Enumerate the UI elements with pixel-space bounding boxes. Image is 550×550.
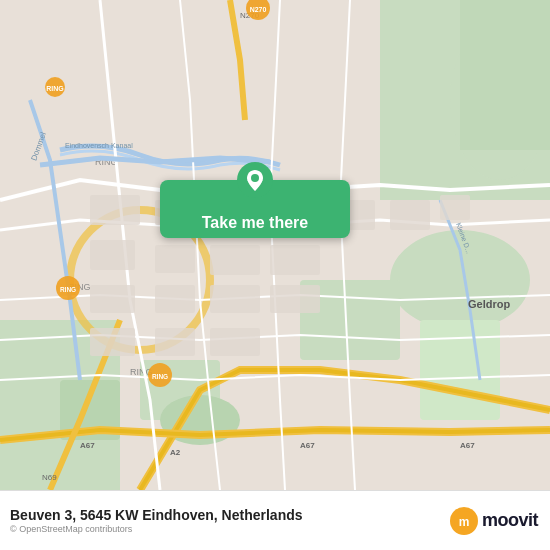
- svg-rect-45: [270, 285, 320, 313]
- svg-text:RING: RING: [46, 85, 64, 92]
- svg-rect-47: [155, 328, 195, 356]
- svg-text:RING: RING: [60, 286, 76, 293]
- svg-text:RING: RING: [152, 373, 168, 380]
- map-container: RING RING RING A2 A67 A67 A67 N270 N69 D…: [0, 0, 550, 490]
- svg-rect-50: [440, 195, 470, 220]
- moovit-text: moovit: [482, 510, 538, 531]
- bottom-bar: Beuven 3, 5645 KW Eindhoven, Netherlands…: [0, 490, 550, 550]
- svg-text:A67: A67: [460, 441, 475, 450]
- address-section: Beuven 3, 5645 KW Eindhoven, Netherlands…: [10, 507, 303, 534]
- svg-rect-35: [90, 240, 135, 270]
- svg-text:A67: A67: [300, 441, 315, 450]
- svg-text:Eindhovensch Kanaal: Eindhovensch Kanaal: [65, 142, 133, 149]
- svg-text:m: m: [459, 514, 470, 528]
- osm-credit: © OpenStreetMap contributors: [10, 524, 303, 534]
- svg-text:N270: N270: [250, 6, 267, 13]
- svg-point-3: [390, 230, 530, 330]
- svg-rect-49: [390, 200, 430, 230]
- svg-text:N69: N69: [42, 473, 57, 482]
- map-background: RING RING RING A2 A67 A67 A67 N270 N69 D…: [0, 0, 550, 490]
- svg-rect-33: [90, 195, 140, 225]
- svg-text:A2: A2: [170, 448, 181, 457]
- svg-text:Geldrop: Geldrop: [468, 298, 510, 310]
- moovit-logo: m moovit: [450, 507, 538, 535]
- svg-rect-46: [90, 328, 135, 356]
- svg-rect-43: [155, 285, 195, 313]
- svg-rect-40: [270, 245, 320, 275]
- svg-point-52: [251, 174, 259, 182]
- take-me-there-button[interactable]: Take me there: [160, 180, 350, 238]
- svg-text:A67: A67: [80, 441, 95, 450]
- map-pin-icon: [237, 162, 273, 198]
- take-me-there-label: Take me there: [202, 214, 308, 232]
- address-text: Beuven 3, 5645 KW Eindhoven, Netherlands: [10, 507, 303, 523]
- svg-rect-48: [210, 328, 260, 356]
- svg-rect-44: [210, 285, 260, 313]
- svg-rect-8: [420, 320, 500, 420]
- svg-rect-36: [155, 245, 195, 273]
- svg-rect-10: [460, 0, 550, 150]
- moovit-icon: m: [450, 507, 478, 535]
- svg-rect-42: [90, 285, 135, 313]
- svg-rect-38: [210, 245, 260, 275]
